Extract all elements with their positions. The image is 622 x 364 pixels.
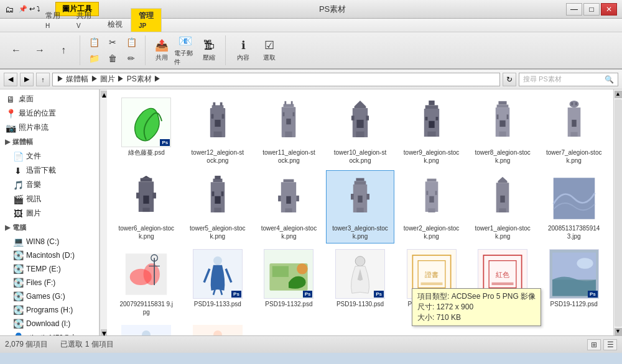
file-item-tower11[interactable]: tower11_alegion-stock.png [254,94,323,168]
file-item-tower2[interactable]: tower2_alegion-stock.png [397,170,466,243]
content-area: Ps 綠色藤蔓.psd [107,89,613,335]
ribbon-zip-btn[interactable]: 🗜 壓縮 [198,35,220,65]
sidebar-item-music[interactable]: 🎵 音樂 [0,178,99,192]
maximize-button[interactable]: □ [583,3,600,16]
content-scrollbar[interactable]: ▲ ▼ [613,89,622,335]
tab-manage[interactable]: 管理JP [131,8,162,32]
ribbon-prop-btn[interactable]: ℹ 內容 [231,35,256,65]
ribbon-btn6[interactable]: ✏ [123,51,140,66]
file-item-fig2[interactable] [183,322,253,335]
ribbon-email-btn[interactable]: 📧 電子郵件 [174,35,197,65]
sidebar-scrollbar[interactable]: ▲ ▼ [100,89,107,335]
svg-marker-16 [355,100,366,107]
file-item-tower1[interactable]: tower1_alegion-stock.png [468,170,537,243]
view-controls: ⊞ ☰ [587,339,617,350]
sidebar-item-pictures[interactable]: 🖼 圖片 [0,206,99,221]
file-item-psd1133[interactable]: Ps PSD19-1133.psd [183,246,253,319]
file-item-tower10[interactable]: tower10_alegion-stock.png [326,94,395,168]
scrollbar-thumb[interactable] [615,99,622,327]
sidebar-item-video[interactable]: 🎬 視訊 [0,192,99,206]
ribbon-up-btn[interactable]: ↑ [52,39,75,61]
sidebar-item-c[interactable]: 💻 WIN8 (C:) [0,235,99,248]
file-item-tower4[interactable]: tower4_alegion-stock.png [254,170,323,243]
sidebar-item-photostream[interactable]: 📷 照片串流 [0,121,99,135]
file-item-tower3[interactable]: tower3_alegion-stock.png [326,170,395,243]
back-button[interactable]: ◀ [4,73,17,86]
ps-badge-1130: Ps [374,291,384,298]
file-item-psd[interactable]: Ps 綠色藤蔓.psd [112,94,181,168]
sidebar-item-h[interactable]: 💽 Programs (H:) [0,303,99,317]
minimize-button[interactable]: — [566,3,582,16]
file-item-tower6[interactable]: tower6_alegion-stock.png [112,170,181,243]
svg-rect-66 [366,194,369,199]
drive-c-icon: 💻 [12,237,24,247]
svg-text:紅色: 紅色 [496,270,509,278]
ribbon-btn5[interactable]: 🗑 [104,51,121,66]
sidebar-item-user[interactable]: 👤 atlantis4470@小... [0,330,99,335]
docs-icon: 📄 [12,152,24,162]
file-item-tower7[interactable]: tower7_alegion-stock.png [539,94,608,168]
window-title: PS素材 [319,4,346,15]
grid-view-button[interactable]: ⊞ [587,339,601,350]
sidebar-item-g[interactable]: 💽 Games (G:) [0,289,99,303]
tab-normal[interactable]: 常用H [37,8,68,32]
file-item-tower5[interactable]: tower5_alegion-stock.png [183,170,253,243]
ribbon-btn3[interactable]: 📋 [123,35,140,50]
ribbon-btn1[interactable]: 📋 [85,35,103,50]
ribbon-btn2[interactable]: ✂ [104,35,121,50]
file-item-2008[interactable]: 2008513173859143.jpg [539,170,608,243]
sidebar-item-desktop[interactable]: 🖥 桌面 [0,92,99,106]
photostream-icon: 📷 [5,123,16,133]
sidebar-item-i[interactable]: 💽 Download (I:) [0,317,99,330]
music-icon: 🎵 [12,180,24,190]
pictures-icon: 🖼 [12,209,24,219]
content-scroll-up[interactable]: ▲ [615,91,622,98]
sidebar-item-e[interactable]: 💽 TEMP (E:) [0,262,99,276]
ribbon-forward-btn[interactable]: → [29,39,51,61]
svg-point-86 [213,256,222,265]
file-name-tower12: tower12_alegion-stock.png [190,148,246,165]
svg-rect-34 [507,114,509,119]
file-item-2007[interactable]: 2007929115831 9.jpg [112,246,181,319]
file-item-tower8[interactable]: tower8_alegion-stock.png [468,94,537,168]
sidebar-item-downloads[interactable]: ⬇ 迅雷下載 [0,163,99,178]
file-item-tower9[interactable]: tower9_alegion-stock.png [397,94,466,168]
search-bar[interactable]: 搜尋 PS素材 🔍 [519,73,618,86]
file-item-psd1129[interactable]: Ps PSD19-1129.psd [539,246,608,319]
tab-share[interactable]: 共用V [68,8,100,32]
scrollbar-down[interactable]: ▼ [101,329,107,335]
drive-e-icon: 💽 [12,264,24,274]
sidebar-item-docs[interactable]: 📄 文件 [0,149,99,163]
sidebar-item-recent[interactable]: 📍 最近的位置 [0,106,99,121]
svg-rect-102 [492,282,514,284]
desktop-icon: 🖥 [5,94,16,104]
ps-badge-1129: Ps [588,291,598,298]
file-item-fig1[interactable] [112,322,181,335]
scrollbar-up[interactable]: ▲ [101,91,107,97]
file-item-psd1130[interactable]: Ps PSD19-1130.psd [326,246,395,319]
file-item-tower12[interactable]: tower12_alegion-stock.png [183,94,253,168]
svg-rect-47 [143,207,150,212]
address-bar[interactable]: ▶ 媒體幅 ▶ 圖片 ▶ PS素材 ▶ [52,73,500,86]
close-button[interactable]: ✕ [601,3,617,16]
sidebar-label-downloads: 迅雷下載 [26,165,56,176]
sidebar-item-d[interactable]: 💽 Macintosh (D:) [0,248,99,262]
ribbon-btn4[interactable]: 📁 [85,51,103,66]
list-view-button[interactable]: ☰ [603,339,617,350]
forward-button[interactable]: ▶ [20,73,34,86]
sidebar-item-f[interactable]: 💽 Files (F:) [0,276,99,289]
ribbon-back-btn[interactable]: ← [5,39,27,61]
file-item-psd1132[interactable]: Ps PSD19-1132.psd [254,246,323,319]
computer-section-icon: ▶ [5,224,10,232]
svg-rect-77 [499,208,506,212]
file-thumb-psd1129: Ps [549,249,599,299]
up-button[interactable]: ↑ [36,73,50,86]
content-scroll-down[interactable]: ▼ [615,328,622,335]
ribbon-select-btn[interactable]: ☑ 選取 [257,35,282,65]
file-name-tower3: tower3_alegion-stock.png [332,224,388,240]
refresh-button[interactable]: ↻ [503,73,516,86]
ribbon-share-btn[interactable]: 📤 共用 [151,35,173,65]
svg-rect-68 [358,195,363,202]
tab-view[interactable]: 檢視 [100,17,131,32]
svg-rect-41 [572,119,577,126]
